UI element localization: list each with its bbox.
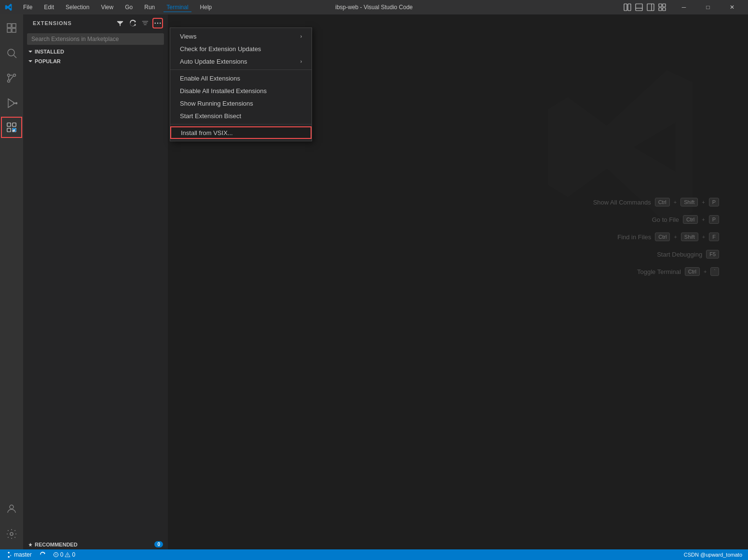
svg-point-29 bbox=[10, 533, 13, 535]
activity-source-control[interactable] bbox=[0, 67, 23, 90]
kbd-ctrl-4: Ctrl bbox=[685, 267, 700, 276]
kbd-ctrl-3: Ctrl bbox=[655, 232, 670, 241]
search-extensions-input[interactable]: Search Extensions in Marketplace bbox=[27, 33, 164, 45]
error-count: 0 bbox=[60, 551, 64, 558]
maximize-button[interactable]: □ bbox=[697, 0, 719, 14]
kbd-p-1: P bbox=[709, 198, 719, 206]
status-csdn[interactable]: CSDN @upward_tomato bbox=[682, 552, 744, 558]
svg-point-21 bbox=[16, 103, 17, 104]
activity-explorer[interactable] bbox=[0, 16, 23, 40]
menu-run[interactable]: Run bbox=[141, 3, 158, 12]
sidebar-header: EXTENSIONS bbox=[23, 14, 168, 31]
svg-point-31 bbox=[157, 22, 159, 24]
menu-edit[interactable]: Edit bbox=[41, 3, 57, 12]
more-actions-button[interactable] bbox=[152, 18, 163, 28]
menu-disable-all[interactable]: Disable All Installed Extensions bbox=[170, 84, 312, 97]
svg-rect-24 bbox=[7, 128, 11, 132]
branch-name: master bbox=[14, 551, 32, 558]
sync-icon bbox=[40, 552, 45, 558]
panel-grid-icon[interactable] bbox=[658, 3, 666, 11]
svg-rect-6 bbox=[659, 4, 662, 7]
activity-bar: ↺ bbox=[0, 14, 23, 549]
menu-check-updates[interactable]: Check for Extension Updates bbox=[170, 42, 312, 55]
activity-run-debug[interactable] bbox=[0, 92, 23, 115]
kbd-p-2: P bbox=[709, 215, 719, 224]
recommended-section-header[interactable]: RECOMMENDED 0 bbox=[23, 539, 168, 549]
svg-rect-8 bbox=[659, 8, 662, 11]
shortcut-label-find: Find in Files bbox=[574, 233, 651, 241]
menu-file[interactable]: File bbox=[20, 3, 35, 12]
svg-point-32 bbox=[160, 22, 161, 24]
vscode-logo-icon bbox=[5, 3, 13, 11]
title-bar: File Edit Selection View Go Run Terminal… bbox=[0, 0, 748, 14]
warning-icon bbox=[65, 552, 70, 558]
svg-rect-9 bbox=[663, 8, 666, 11]
svg-point-16 bbox=[8, 74, 10, 77]
activity-extensions[interactable]: ↺ bbox=[1, 117, 22, 138]
error-icon bbox=[53, 552, 59, 558]
status-branch[interactable]: master bbox=[4, 551, 34, 558]
status-errors[interactable]: 0 0 bbox=[51, 551, 77, 558]
menu-auto-update[interactable]: Auto Update Extensions › bbox=[170, 55, 312, 68]
svg-point-28 bbox=[10, 505, 14, 509]
svg-point-37 bbox=[68, 556, 68, 557]
sort-button[interactable] bbox=[140, 18, 150, 28]
shortcut-label-show-all: Show All Commands bbox=[574, 199, 651, 206]
menu-install-vsix[interactable]: Install from VSIX... bbox=[170, 126, 312, 139]
status-bar: master 0 0 CSDN @upward_tomato bbox=[0, 549, 748, 560]
chevron-right-icon: › bbox=[300, 34, 302, 39]
svg-rect-10 bbox=[7, 24, 11, 27]
sidebar-bottom: RECOMMENDED 0 bbox=[23, 539, 168, 549]
kbd-f5: F5 bbox=[706, 250, 719, 259]
svg-rect-12 bbox=[7, 28, 11, 32]
sidebar-actions bbox=[115, 18, 163, 28]
close-button[interactable]: ✕ bbox=[721, 0, 743, 14]
menu-help[interactable]: Help bbox=[197, 3, 215, 12]
menu-go[interactable]: Go bbox=[122, 3, 136, 12]
window-controls: ─ □ ✕ bbox=[624, 0, 743, 14]
shortcut-find-in-files: Find in Files Ctrl + Shift + F bbox=[574, 232, 719, 241]
menu-section-1: Views › Check for Extension Updates Auto… bbox=[170, 28, 312, 70]
shortcuts-area: Show All Commands Ctrl + Shift + P Go to… bbox=[574, 198, 719, 276]
svg-rect-4 bbox=[647, 4, 654, 11]
sidebar: EXTENSIONS Search Extensions in Marketpl… bbox=[23, 14, 168, 549]
svg-point-18 bbox=[8, 80, 10, 82]
menu-section-3: Install from VSIX... bbox=[170, 124, 312, 141]
filter-button[interactable] bbox=[115, 18, 125, 28]
menu-views[interactable]: Views › bbox=[170, 30, 312, 42]
menu-show-running[interactable]: Show Running Extensions bbox=[170, 97, 312, 109]
menu-section-2: Enable All Extensions Disable All Instal… bbox=[170, 70, 312, 124]
activity-bar-bottom bbox=[0, 497, 23, 546]
menu-extension-bisect[interactable]: Start Extension Bisect bbox=[170, 109, 312, 122]
kbd-shift-3: Shift bbox=[681, 232, 698, 241]
minimize-button[interactable]: ─ bbox=[673, 0, 695, 14]
installed-section-header[interactable]: INSTALLED bbox=[23, 47, 168, 56]
context-menu: Views › Check for Extension Updates Auto… bbox=[170, 27, 312, 141]
kbd-shift-1: Shift bbox=[680, 198, 698, 206]
popular-section-header[interactable]: POPULAR bbox=[23, 56, 168, 66]
panel-right-icon[interactable] bbox=[647, 3, 654, 11]
activity-account[interactable] bbox=[0, 497, 23, 520]
svg-rect-22 bbox=[7, 123, 11, 126]
shortcut-label-terminal: Toggle Terminal bbox=[604, 268, 681, 275]
kbd-f-3: F bbox=[709, 232, 719, 241]
window-title: ibsp-web - Visual Studio Code bbox=[335, 4, 413, 11]
refresh-button[interactable] bbox=[127, 18, 138, 28]
menu-terminal[interactable]: Terminal bbox=[163, 3, 191, 12]
panel-bottom-icon[interactable] bbox=[635, 3, 643, 11]
recommended-badge: 0 bbox=[154, 541, 163, 547]
shortcut-toggle-terminal: Toggle Terminal Ctrl + ` bbox=[574, 267, 719, 276]
status-sync[interactable] bbox=[38, 552, 47, 558]
panel-layout-icon[interactable] bbox=[624, 3, 631, 11]
menu-view[interactable]: View bbox=[98, 3, 116, 12]
svg-rect-1 bbox=[628, 4, 631, 11]
shortcut-start-debugging: Start Debugging F5 bbox=[574, 250, 719, 259]
menu-selection[interactable]: Selection bbox=[63, 3, 92, 12]
git-branch-icon bbox=[6, 551, 13, 558]
menu-enable-all[interactable]: Enable All Extensions bbox=[170, 72, 312, 84]
svg-rect-7 bbox=[663, 4, 666, 7]
status-right: CSDN @upward_tomato bbox=[682, 552, 744, 558]
activity-search[interactable] bbox=[0, 41, 23, 65]
activity-settings[interactable] bbox=[0, 522, 23, 546]
svg-line-15 bbox=[14, 55, 17, 58]
